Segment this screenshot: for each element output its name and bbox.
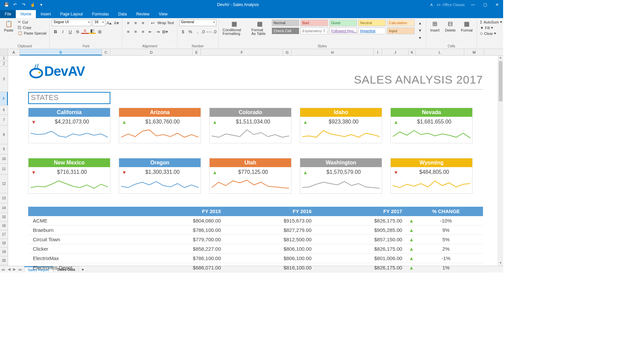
row-header-10[interactable]: 10: [0, 154, 8, 164]
comma-button[interactable]: ,: [194, 28, 202, 35]
sheet-nav-last[interactable]: ⏭: [17, 267, 23, 271]
close-button[interactable]: ✕: [491, 0, 503, 9]
style-normal[interactable]: Normal: [272, 19, 299, 26]
touch-mode-icon[interactable]: ☝: [30, 2, 36, 8]
row-header-17[interactable]: 17: [0, 230, 8, 239]
ribbon-collapse-icon[interactable]: ᴧ: [428, 2, 435, 7]
tab-view[interactable]: View: [154, 10, 172, 18]
fill-button[interactable]: ▼Fill▾: [479, 25, 503, 30]
number-format-combo[interactable]: General: [179, 19, 216, 26]
style-bad[interactable]: Bad: [301, 19, 328, 26]
row-header-7[interactable]: 7: [0, 115, 8, 126]
col-header-L[interactable]: L: [416, 49, 464, 55]
scroll-up-icon[interactable]: ▴: [498, 56, 503, 60]
align-middle-button[interactable]: ≡: [132, 19, 139, 26]
row-header-9[interactable]: 9: [0, 144, 8, 154]
align-top-button[interactable]: ≡: [124, 19, 132, 26]
sheet-nav-prev[interactable]: ◀: [6, 267, 12, 271]
tab-home[interactable]: Home: [16, 10, 36, 18]
shrink-font-button[interactable]: A▾: [113, 19, 120, 26]
col-header-E[interactable]: E: [193, 49, 201, 55]
col-header-M[interactable]: M: [464, 49, 484, 55]
style-neutral[interactable]: Neutral: [358, 19, 386, 26]
italic-button[interactable]: I: [59, 28, 66, 35]
copy-button[interactable]: ⿻Copy: [17, 25, 47, 30]
col-header-A[interactable]: A: [8, 49, 20, 55]
style-hyperlink[interactable]: Hyperlink: [358, 28, 386, 34]
merge-button[interactable]: ⊞▾: [161, 28, 169, 35]
underline-button[interactable]: U: [66, 28, 74, 35]
align-right-button[interactable]: ≡: [139, 28, 147, 35]
tab-file[interactable]: File: [0, 10, 16, 18]
tab-data[interactable]: Data: [114, 10, 131, 18]
indent-dec-button[interactable]: ⇤: [147, 28, 154, 35]
tab-formulas[interactable]: Formulas: [88, 10, 114, 18]
style-input[interactable]: Input: [387, 28, 415, 34]
maximize-button[interactable]: ▢: [479, 0, 491, 9]
cond-format-button[interactable]: ▦ Conditional Formatting: [221, 19, 248, 36]
worksheet[interactable]: 123467891011121314151617181920 DevAV SAL…: [0, 56, 503, 266]
dec-decimal-button[interactable]: ←.0: [209, 28, 216, 35]
row-header-12[interactable]: 12: [0, 174, 8, 193]
gallery-up-button[interactable]: ▴: [417, 19, 424, 26]
row-header-11[interactable]: 11: [0, 164, 8, 174]
font-color-button[interactable]: A: [81, 28, 89, 34]
scroll-thumb[interactable]: [499, 61, 502, 101]
row-header-14[interactable]: 14: [0, 203, 8, 213]
row-header-19[interactable]: 19: [0, 248, 8, 256]
style-explanatory-t-[interactable]: Explanatory T...: [301, 28, 328, 34]
inc-decimal-button[interactable]: .0→: [202, 28, 209, 35]
col-header-D[interactable]: D: [110, 49, 193, 55]
tab-review[interactable]: Review: [131, 10, 154, 18]
format-as-table-button[interactable]: ▦ Format As Table: [250, 19, 270, 36]
gallery-down-button[interactable]: ▾: [417, 27, 424, 34]
font-size-combo[interactable]: 16: [93, 19, 105, 26]
grow-font-button[interactable]: A▴: [105, 19, 113, 26]
row-header-6[interactable]: 6: [0, 105, 8, 115]
style-gallery[interactable]: NormalBadGoodNeutralCalculationCheck Cel…: [272, 19, 415, 35]
col-header-C[interactable]: C: [102, 49, 110, 55]
row-header-4[interactable]: 4: [0, 92, 8, 105]
row-header-1[interactable]: 1: [0, 56, 8, 61]
font-name-combo[interactable]: Segoe UI: [52, 19, 91, 26]
col-header-J[interactable]: J: [382, 49, 409, 55]
row-header-16[interactable]: 16: [0, 221, 8, 230]
align-left-button[interactable]: ≡: [124, 28, 132, 35]
row-header-8[interactable]: 8: [0, 126, 8, 144]
row-header-15[interactable]: 15: [0, 213, 8, 221]
row-header-18[interactable]: 18: [0, 239, 8, 248]
tab-page-layout[interactable]: Page Layout: [55, 10, 87, 18]
style-good[interactable]: Good: [329, 19, 357, 26]
format-cells-button[interactable]: ▦Format: [459, 19, 475, 33]
fill-color-button[interactable]: ◧: [89, 28, 96, 34]
col-header-B[interactable]: B: [20, 49, 102, 55]
sheet-nav-first[interactable]: ⏮: [0, 267, 6, 271]
sheet-nav-next[interactable]: ▶: [12, 267, 17, 271]
tab-insert[interactable]: Insert: [36, 10, 55, 18]
col-header-H[interactable]: H: [291, 49, 374, 55]
delete-cells-button[interactable]: ⊟Delete: [443, 19, 458, 33]
autosum-button[interactable]: ΣAutoSum▾: [479, 19, 503, 24]
col-header-G[interactable]: G: [283, 49, 291, 55]
strike-button[interactable]: S: [74, 28, 81, 35]
minimize-button[interactable]: —: [467, 0, 479, 9]
paste-special-button[interactable]: 📋Paste Special: [17, 31, 47, 36]
row-header-13[interactable]: 13: [0, 193, 8, 203]
style-calculation[interactable]: Calculation: [387, 19, 415, 26]
style-check-cell[interactable]: Check Cell: [272, 28, 299, 34]
col-header-K[interactable]: K: [409, 49, 416, 55]
currency-button[interactable]: $: [179, 28, 187, 35]
row-header-20[interactable]: 20: [0, 256, 8, 265]
bold-button[interactable]: B: [52, 28, 59, 35]
clear-button[interactable]: ◇Clear▾: [479, 31, 503, 36]
style-followed-hyp-[interactable]: Followed Hyp...: [329, 28, 357, 34]
cut-button[interactable]: ✂Cut: [17, 19, 47, 24]
vertical-scrollbar[interactable]: ▴ ▾: [498, 56, 503, 266]
row-header-2[interactable]: 2: [0, 61, 8, 66]
display-mode-icon[interactable]: ▭: [435, 2, 442, 7]
gallery-more-button[interactable]: ▾: [417, 34, 424, 41]
percent-button[interactable]: %: [187, 28, 194, 35]
cells-area[interactable]: DevAV SALES ANALYSIS 2017 STATES Califor…: [8, 56, 503, 266]
qat-dropdown-icon[interactable]: ▾: [38, 2, 44, 8]
wrap-text-button[interactable]: Wrap Text: [156, 19, 175, 26]
